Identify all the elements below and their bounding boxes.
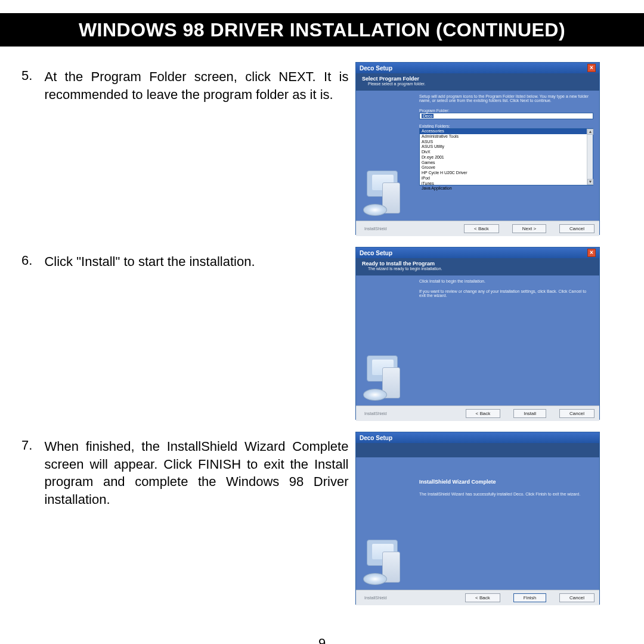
step-5-text: At the Program Folder screen, click NEXT… bbox=[44, 68, 348, 103]
wizard-side-graphic bbox=[362, 538, 411, 586]
list-item[interactable]: Accessories bbox=[420, 129, 593, 134]
installshield-brand: InstallShield bbox=[361, 227, 451, 231]
scroll-down-icon[interactable]: ▼ bbox=[587, 179, 593, 185]
wizard-header-title: Select Program Folder bbox=[362, 76, 593, 82]
finish-button[interactable]: Finish bbox=[513, 593, 546, 602]
step-7: 7. When finished, the InstallShield Wiza… bbox=[21, 432, 623, 605]
step-6-text: Click "Install" to start the installatio… bbox=[44, 253, 348, 271]
cancel-button[interactable]: Cancel bbox=[559, 409, 595, 418]
wizard-header-subtitle: Please select a program folder. bbox=[362, 82, 593, 86]
program-folder-label: Program Folder: bbox=[419, 109, 593, 113]
list-item[interactable]: Administrative Tools bbox=[420, 134, 593, 140]
wizard-side-graphic bbox=[362, 354, 411, 402]
page-title-bar: WINDOWS 98 DRIVER INSTALLATION (CONTINUE… bbox=[0, 13, 644, 47]
back-button[interactable]: < Back bbox=[464, 224, 499, 233]
back-button[interactable]: < Back bbox=[466, 409, 501, 418]
list-item[interactable]: ASUS Utility bbox=[420, 144, 593, 150]
ready-line1: Click Install to begin the installation. bbox=[419, 279, 593, 283]
wizard-header-title: Ready to Install the Program bbox=[362, 261, 593, 267]
step-6: 6. Click "Install" to start the installa… bbox=[21, 247, 623, 420]
step-6-number: 6. bbox=[21, 253, 42, 268]
list-item[interactable]: HP Cycle H U20C Driver bbox=[420, 171, 593, 176]
screenshot-step5: Deco Setup × Select Program Folder Pleas… bbox=[355, 62, 600, 235]
complete-title: InstallShield Wizard Complete bbox=[419, 479, 593, 485]
cancel-button[interactable]: Cancel bbox=[559, 224, 595, 233]
list-item[interactable]: Games bbox=[420, 160, 593, 166]
page-title: WINDOWS 98 DRIVER INSTALLATION (CONTINUE… bbox=[79, 19, 565, 41]
cancel-button[interactable]: Cancel bbox=[559, 593, 595, 602]
close-icon[interactable]: × bbox=[587, 64, 596, 72]
wizard-header-empty bbox=[356, 443, 599, 457]
screenshot-step6: Deco Setup × Ready to Install the Progra… bbox=[355, 247, 600, 420]
program-folder-input[interactable]: Deco bbox=[419, 113, 593, 119]
close-icon[interactable]: × bbox=[587, 249, 596, 257]
step-5-number: 5. bbox=[21, 68, 42, 83]
window-title: Deco Setup bbox=[360, 435, 392, 441]
list-item[interactable]: Dr.eye 2001 bbox=[420, 155, 593, 160]
window-title: Deco Setup bbox=[360, 65, 392, 72]
existing-folders-label: Existing Folders: bbox=[419, 124, 593, 128]
list-item[interactable]: Groove bbox=[420, 165, 593, 171]
list-item[interactable]: iPod bbox=[420, 176, 593, 181]
next-button[interactable]: Next > bbox=[512, 224, 546, 233]
screenshot-step7: Deco Setup InstallShield Wizard Complete… bbox=[355, 432, 600, 605]
page-number: 9 bbox=[0, 636, 644, 644]
list-item[interactable]: ASUS bbox=[420, 140, 593, 145]
step-5: 5. At the Program Folder screen, click N… bbox=[21, 62, 623, 235]
back-button[interactable]: < Back bbox=[465, 593, 500, 602]
window-title: Deco Setup bbox=[360, 250, 392, 256]
wizard-intro-text: Setup will add program icons to the Prog… bbox=[419, 94, 593, 103]
install-button[interactable]: Install bbox=[513, 409, 546, 418]
scrollbar[interactable]: ▲ ▼ bbox=[587, 129, 593, 185]
step-7-number: 7. bbox=[21, 438, 42, 453]
wizard-side-graphic bbox=[362, 169, 411, 217]
list-item[interactable]: iTunes bbox=[420, 181, 593, 187]
list-item[interactable]: DivX bbox=[420, 150, 593, 155]
installshield-brand: InstallShield bbox=[361, 411, 453, 416]
list-item[interactable]: Java Application bbox=[420, 186, 593, 191]
existing-folders-list[interactable]: Accessories Administrative Tools ASUS AS… bbox=[419, 128, 593, 185]
step-7-text: When finished, the InstallShield Wizard … bbox=[44, 438, 348, 509]
scroll-up-icon[interactable]: ▲ bbox=[587, 129, 593, 135]
wizard-header-subtitle: The wizard is ready to begin installatio… bbox=[362, 267, 593, 271]
ready-line2: If you want to review or change any of y… bbox=[419, 289, 593, 298]
installshield-brand: InstallShield bbox=[361, 596, 452, 600]
complete-text: The InstallShield Wizard has successfull… bbox=[419, 492, 593, 496]
